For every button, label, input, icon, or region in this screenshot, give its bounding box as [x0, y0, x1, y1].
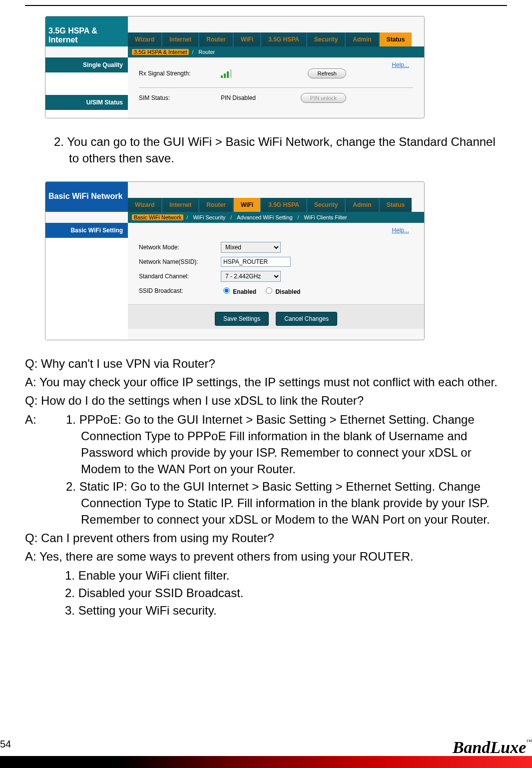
network-mode-row: Network Mode: Mixed — [139, 242, 413, 253]
a-prevent-2: 2. Disabled your SSID Broadcast. — [25, 585, 507, 601]
signal-bars-icon — [221, 69, 235, 78]
tab-security[interactable]: Security — [307, 198, 346, 212]
help-link[interactable]: Help... — [392, 61, 409, 68]
ssid-label: Network Name(SSID): — [139, 258, 214, 265]
panel-body: Basic WiFi Setting Help... Network Mode:… — [45, 223, 424, 340]
a-prevent-3: 3. Setting your WiFi security. — [25, 602, 507, 619]
tab-wizard[interactable]: Wizard — [128, 198, 162, 212]
tab-security[interactable]: Security — [307, 32, 346, 46]
rx-signal-row: Rx Signal Strength: Refresh — [139, 68, 413, 78]
q-prevent: Q: Can I prevent others from using my Ro… — [25, 530, 507, 546]
help-link[interactable]: Help... — [392, 227, 409, 234]
subtab-hspa-internet[interactable]: 3.5G HSPA & Internet — [132, 49, 189, 55]
tabs: Wizard Internet Router WiFi 3.5G HSPA Se… — [128, 24, 424, 46]
enabled-radio-label[interactable]: Enabled — [221, 286, 256, 295]
tab-status[interactable]: Status — [380, 198, 412, 212]
sim-status-label: SIM Status: — [139, 94, 214, 101]
q-xdsl: Q: How do I do the settings when I use x… — [25, 392, 507, 409]
panel-body: Single Quality U/SIM Status Help... Rx S… — [45, 57, 424, 118]
channel-select[interactable]: 7 - 2.442GHz — [221, 271, 281, 282]
footer: 54 BandLuxe™ — [0, 738, 532, 768]
subtab-wifi-security[interactable]: WiFi Security — [191, 214, 227, 220]
subtabs: 3.5G HSPA & Internet / Router — [128, 46, 424, 57]
divider — [139, 87, 413, 88]
tab-internet[interactable]: Internet — [162, 198, 199, 212]
subtab-clients-filter[interactable]: WiFi Clients Filter — [302, 214, 349, 220]
tab-wifi[interactable]: WiFi — [234, 32, 261, 46]
trademark-symbol: ™ — [526, 738, 532, 745]
page-number: 54 — [0, 739, 11, 750]
a-prevent: A: Yes, there are some ways to prevent o… — [25, 548, 507, 565]
brand-logo: BandLuxe™ — [453, 738, 532, 757]
a-vpn: A: You may check your office IP settings… — [25, 374, 507, 390]
a-xdsl: A: 1. PPPoE: Go to the GUI Internet > Ba… — [25, 411, 507, 528]
hspa-internet-panel: 3.5G HSPA & Internet Wizard Internet Rou… — [45, 16, 425, 118]
ssid-row: Network Name(SSID): — [139, 257, 413, 267]
sidebar-basic-wifi-setting[interactable]: Basic WiFi Setting — [45, 223, 128, 238]
q-vpn: Q: Why can't I use VPN via Router? — [25, 355, 507, 372]
subtab-router[interactable]: Router — [196, 49, 217, 55]
broadcast-label: SSID Broadcast: — [139, 287, 214, 294]
tab-35g-hspa[interactable]: 3.5G HSPA — [261, 198, 307, 212]
a-xdsl-item1: 1. PPPoE: Go to the GUI Internet > Basic… — [53, 411, 507, 477]
tab-internet[interactable]: Internet — [162, 32, 199, 46]
sidebar-single-quality[interactable]: Single Quality — [45, 57, 128, 73]
page: 3.5G HSPA & Internet Wizard Internet Rou… — [0, 5, 532, 768]
subtab-advanced-wifi[interactable]: Advanced WiFi Setting — [235, 214, 294, 220]
separator: / — [192, 49, 193, 55]
footer-gradient-bar — [0, 756, 532, 768]
sidebar: Single Quality U/SIM Status — [45, 57, 128, 118]
broadcast-row: SSID Broadcast: Enabled Disabled — [139, 286, 413, 295]
channel-label: Standard Channel: — [139, 273, 214, 280]
network-mode-label: Network Mode: — [139, 244, 214, 251]
refresh-button[interactable]: Refresh — [308, 68, 346, 78]
cancel-changes-button[interactable]: Cancel Changes — [276, 312, 337, 326]
enabled-radio[interactable] — [223, 287, 230, 294]
sidebar-usim-status[interactable]: U/SIM Status — [45, 95, 128, 110]
disabled-radio[interactable] — [266, 287, 272, 294]
wifi-network-panel: Basic WiFi Network Wizard Internet Route… — [45, 181, 425, 340]
panel-header: Basic WiFi Network Wizard Internet Route… — [45, 182, 424, 212]
tab-wizard[interactable]: Wizard — [128, 32, 162, 46]
save-settings-button[interactable]: Save Settings — [215, 312, 269, 326]
sim-status-row: SIM Status: PIN Disabled PIN unlock — [139, 93, 413, 103]
panel-header: 3.5G HSPA & Internet Wizard Internet Rou… — [45, 16, 424, 46]
disabled-radio-label[interactable]: Disabled — [263, 286, 300, 295]
tab-router[interactable]: Router — [199, 198, 234, 212]
subtabs: Basic WiFi Network / WiFi Security / Adv… — [128, 212, 424, 223]
a-xdsl-item2: 2. Static IP: Go to the GUI Internet > B… — [53, 478, 507, 528]
pin-unlock-button: PIN unlock — [301, 93, 346, 103]
tab-wifi[interactable]: WiFi — [234, 198, 261, 212]
top-rule — [25, 5, 507, 6]
ssid-input[interactable] — [221, 257, 291, 267]
tab-admin[interactable]: Admin — [346, 198, 379, 212]
tab-router[interactable]: Router — [199, 32, 234, 46]
tab-35g-hspa[interactable]: 3.5G HSPA — [261, 32, 307, 46]
panel-title: Basic WiFi Network — [45, 182, 128, 212]
instruction-step2: 2. You can go to the GUI WiFi > Basic Wi… — [25, 133, 507, 166]
button-row: Save Settings Cancel Changes — [128, 304, 424, 329]
network-mode-select[interactable]: Mixed — [221, 242, 281, 253]
subtab-basic-wifi[interactable]: Basic WiFi Network — [132, 214, 183, 220]
sidebar: Basic WiFi Setting — [45, 223, 128, 340]
tab-status[interactable]: Status — [380, 32, 412, 46]
tabs: Wizard Internet Router WiFi 3.5G HSPA Se… — [128, 190, 424, 212]
main-area: Help... Network Mode: Mixed Network Name… — [128, 223, 424, 340]
main-area: Help... Rx Signal Strength: Refresh SIM … — [128, 57, 424, 118]
rx-signal-label: Rx Signal Strength: — [139, 70, 214, 77]
tab-admin[interactable]: Admin — [346, 32, 379, 46]
a-prefix: A: — [25, 411, 53, 528]
channel-row: Standard Channel: 7 - 2.442GHz — [139, 271, 413, 282]
sim-status-value: PIN Disabled — [221, 94, 256, 101]
qa-section: Q: Why can't I use VPN via Router? A: Yo… — [25, 355, 507, 619]
a-prevent-1: 1. Enable your WiFi client filter. — [25, 567, 507, 584]
panel-title: 3.5G HSPA & Internet — [45, 16, 128, 46]
